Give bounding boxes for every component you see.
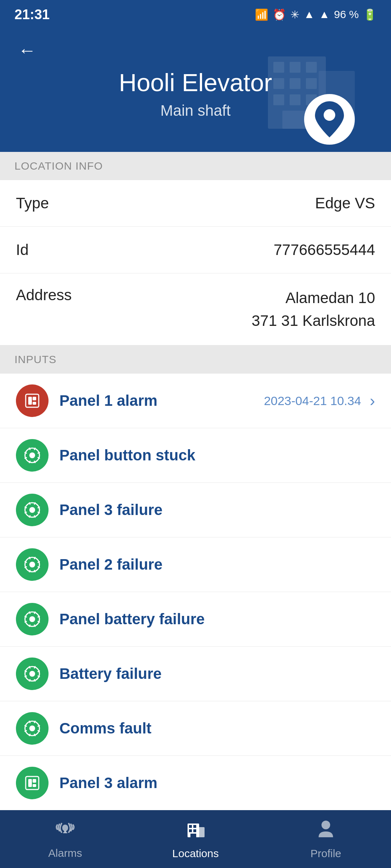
panel-button-stuck-icon <box>16 439 49 472</box>
nav-item-profile[interactable]: Profile <box>261 810 391 868</box>
profile-nav-icon <box>317 818 335 844</box>
svg-rect-1 <box>273 62 284 73</box>
svg-rect-3 <box>306 62 317 73</box>
inputs-section-header: INPUTS <box>0 345 391 374</box>
status-time: 21:31 <box>14 7 50 22</box>
bottom-navigation: Alarms Locations Profile <box>0 810 391 868</box>
svg-rect-32 <box>33 784 36 787</box>
alarms-nav-icon <box>54 819 76 843</box>
status-icons: 📶 ⏰ ✳ ▲ ▲ 96 % 🔋 <box>255 8 377 21</box>
content-area: LOCATION INFO Type Edge VS Id 7776665554… <box>0 152 391 868</box>
panel3-alarm-icon <box>16 767 49 799</box>
input-item-panel2-failure[interactable]: Panel 2 failure <box>0 537 391 592</box>
panel2-failure-label: Panel 2 failure <box>59 556 375 573</box>
panel1-alarm-chevron: › <box>370 392 375 410</box>
input-item-panel1-alarm[interactable]: Panel 1 alarm 2023-04-21 10.34 › <box>0 374 391 428</box>
alarms-nav-label: Alarms <box>48 847 82 859</box>
id-value: 777666555444 <box>274 241 375 259</box>
input-item-panel3-alarm[interactable]: Panel 3 alarm <box>0 756 391 810</box>
svg-rect-6 <box>306 78 317 89</box>
svg-point-12 <box>324 109 335 121</box>
svg-rect-39 <box>189 825 192 828</box>
status-bar: 21:31 📶 ⏰ ✳ ▲ ▲ 96 % 🔋 <box>0 0 391 29</box>
svg-rect-31 <box>33 779 36 783</box>
locations-nav-icon <box>186 818 206 844</box>
page-header: ← Hooli Elevator Main shaft <box>0 29 391 152</box>
location-pin-icon <box>304 94 355 145</box>
svg-rect-2 <box>290 62 300 73</box>
nfc-icon: 📶 <box>255 8 268 21</box>
svg-rect-43 <box>190 834 196 837</box>
comms-fault-icon <box>16 712 49 745</box>
svg-rect-8 <box>290 94 300 105</box>
input-item-battery-failure[interactable]: Battery failure <box>0 647 391 701</box>
panel-button-stuck-label: Panel button stuck <box>59 447 375 464</box>
svg-point-20 <box>29 507 35 513</box>
panel-battery-failure-icon <box>16 603 49 635</box>
input-item-panel3-failure[interactable]: Panel 3 failure <box>0 483 391 537</box>
svg-point-26 <box>29 671 35 677</box>
type-label: Type <box>16 195 49 212</box>
bluetooth-icon: ✳ <box>290 8 299 21</box>
svg-rect-14 <box>28 397 32 405</box>
svg-rect-35 <box>62 825 68 831</box>
battery-icon: 🔋 <box>363 8 377 21</box>
input-item-panel-battery-failure[interactable]: Panel battery failure <box>0 592 391 647</box>
svg-rect-4 <box>273 78 284 89</box>
svg-rect-29 <box>26 776 39 790</box>
svg-point-22 <box>29 562 35 567</box>
svg-point-24 <box>29 616 35 622</box>
panel-battery-failure-label: Panel battery failure <box>59 610 375 628</box>
svg-rect-5 <box>290 78 300 89</box>
type-value: Edge VS <box>315 195 375 212</box>
back-button[interactable]: ← <box>18 40 36 61</box>
panel3-failure-label: Panel 3 failure <box>59 501 375 519</box>
nav-item-locations[interactable]: Locations <box>130 810 261 868</box>
id-row: Id 777666555444 <box>0 227 391 273</box>
input-item-comms-fault[interactable]: Comms fault <box>0 701 391 756</box>
wifi-icon: ▲ <box>304 8 315 21</box>
nav-item-alarms[interactable]: Alarms <box>0 810 130 868</box>
svg-rect-44 <box>197 827 205 837</box>
battery-failure-icon <box>16 658 49 690</box>
panel1-alarm-icon <box>16 384 49 417</box>
svg-point-28 <box>29 726 35 731</box>
panel3-alarm-label: Panel 3 alarm <box>59 774 375 792</box>
battery-failure-label: Battery failure <box>59 665 375 682</box>
svg-rect-15 <box>33 397 36 400</box>
svg-rect-37 <box>63 832 67 833</box>
profile-nav-label: Profile <box>310 847 341 860</box>
svg-point-18 <box>29 452 35 458</box>
panel3-failure-icon <box>16 494 49 526</box>
panel1-alarm-label: Panel 1 alarm <box>59 392 264 409</box>
svg-rect-16 <box>33 402 36 405</box>
comms-fault-label: Comms fault <box>59 720 375 737</box>
address-row: Address Alamedan 10371 31 Karlskrona <box>0 273 391 345</box>
battery-text: 96 % <box>334 8 359 21</box>
panel1-alarm-timestamp: 2023-04-21 10.34 <box>264 394 361 408</box>
signal-icon: ▲ <box>319 8 330 21</box>
address-value: Alamedan 10371 31 Karlskrona <box>252 286 375 332</box>
svg-rect-42 <box>193 829 196 832</box>
input-item-panel-button-stuck[interactable]: Panel button stuck <box>0 428 391 483</box>
svg-rect-40 <box>193 825 196 828</box>
alarm-icon: ⏰ <box>273 8 286 21</box>
type-row: Type Edge VS <box>0 180 391 227</box>
svg-point-45 <box>321 821 330 829</box>
svg-rect-13 <box>26 394 39 407</box>
locations-nav-label: Locations <box>172 847 219 860</box>
panel2-failure-icon <box>16 548 49 581</box>
address-label: Address <box>16 286 72 304</box>
svg-rect-30 <box>28 779 32 787</box>
location-info-section-header: LOCATION INFO <box>0 152 391 180</box>
id-label: Id <box>16 241 29 259</box>
svg-rect-41 <box>189 829 192 832</box>
svg-rect-7 <box>273 94 284 105</box>
